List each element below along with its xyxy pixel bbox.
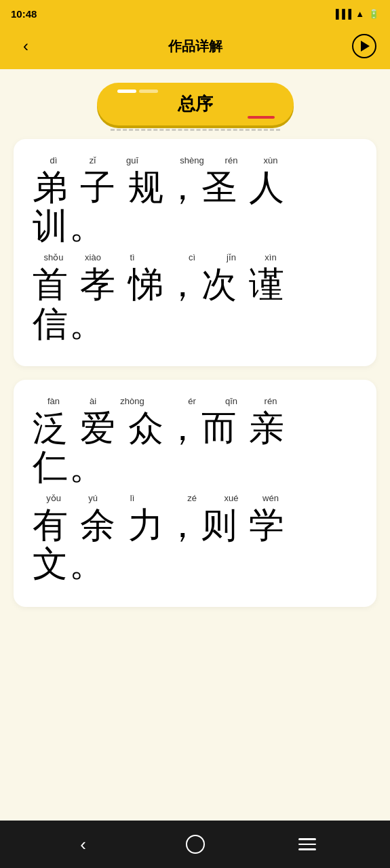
pinyin-wen: wén [251,493,290,503]
char-row-2-2: 有 余 力，则 学 文。 [33,506,357,583]
pinyin-text: xùn [264,155,278,165]
pinyin-xiao: xiào [73,252,113,262]
progress-indicator [117,90,158,93]
pinyin-ze: zé [172,493,212,503]
pinyin-xun: xùn [251,155,290,165]
pinyin-zi: zǐ [73,155,113,165]
verse-text-4: 有 余 力，则 学 文。 [33,506,357,583]
pinyin-row-2-1: fàn ài zhòng ér qīn rén [33,396,357,406]
pinyin-shou: shǒu [34,252,73,262]
pinyin-pause-4 [152,493,172,503]
pinyin-text: cì [189,252,195,262]
pinyin-li: lì [113,493,152,503]
chapter-button[interactable]: 总序 [97,83,294,125]
pinyin-ren: rén [212,155,251,165]
nav-home-icon [186,835,205,854]
char-row-1-1: 弟 子 规，圣 人 训。 [33,168,357,245]
nav-home-button[interactable] [178,827,212,861]
pinyin-text: wén [262,493,279,503]
pinyin-fan: fàn [34,396,73,406]
pinyin-text: zhòng [120,396,144,406]
chapter-button-wrapper: 总序 [97,83,294,125]
char-row-2-1: 泛 爱 众，而 亲 仁。 [33,409,357,486]
verse-line-2-1: fàn ài zhòng ér qīn rén [33,396,357,486]
verse-line-1-2: shǒu xiào tì cì jǐn xìn [33,252,357,342]
nav-menu-button[interactable] [290,827,324,861]
play-button[interactable] [352,34,376,58]
chapter-underline [248,116,275,119]
pinyin-pause-2 [152,252,172,262]
verse-card-1: dì zǐ guī shèng rén xùn [14,139,376,366]
pinyin-text: xué [225,493,239,503]
pinyin-text: yǒu [46,493,61,503]
status-icons: ▐▐▐ ▲ 🔋 [332,9,379,19]
status-bar: 10:48 ▐▐▐ ▲ 🔋 [0,0,390,27]
signal-icon: ▐▐▐ [332,9,351,19]
verse-text-1: 弟 子 规，圣 人 训。 [33,168,357,245]
pinyin-pause-3 [152,396,172,406]
pinyin-er: ér [172,396,212,406]
pinyin-sheng: shèng [172,155,212,165]
pinyin-text: shèng [180,155,203,165]
pinyin-text: rén [265,396,277,406]
pinyin-pause-1 [152,155,172,165]
pinyin-text: xiào [85,252,101,262]
pinyin-text: tì [130,252,134,262]
chapter-label: 总序 [178,94,213,114]
pinyin-row-1-2: shǒu xiào tì cì jǐn xìn [33,252,357,262]
pinyin-yu: yú [73,493,113,503]
pinyin-zhong: zhòng [113,396,152,406]
progress-dot-2 [139,90,158,93]
page-title: 作品详解 [168,37,222,56]
pinyin-text: zǐ [90,155,97,165]
char-row-1-2: 首 孝 悌，次 谨 信。 [33,265,357,342]
battery-icon: 🔋 [368,9,379,19]
pinyin-row-1-1: dì zǐ guī shèng rén xùn [33,155,357,165]
pinyin-text: ér [188,396,196,406]
pinyin-di: dì [34,155,73,165]
pinyin-ci: cì [172,252,212,262]
pinyin-ai: ài [73,396,113,406]
verse-line-2-2: yǒu yú lì zé xué wén [33,493,357,583]
wifi-icon: ▲ [355,9,364,19]
pinyin-text: yú [88,493,98,503]
pinyin-text: shǒu [44,252,64,262]
pinyin-jin: jǐn [212,252,251,262]
pinyin-gui: guī [113,155,152,165]
verse-line-1-1: dì zǐ guī shèng rén xùn [33,155,357,245]
pinyin-xin: xìn [251,252,290,262]
pinyin-text: xìn [265,252,276,262]
header: ‹ 作品详解 [0,27,390,69]
pinyin-you: yǒu [34,493,73,503]
pinyin-text: lì [130,493,135,503]
pinyin-text: guī [126,155,138,165]
verse-text-3: 泛 爱 众，而 亲 仁。 [33,409,357,486]
bottom-nav: ‹ [0,821,390,868]
back-button[interactable]: ‹ [14,34,38,58]
status-time: 10:48 [11,8,37,20]
pinyin-text: ài [90,396,96,406]
pinyin-text: zé [187,493,197,503]
nav-menu-icon [298,838,316,850]
progress-dot-1 [117,90,136,93]
pinyin-qin: qīn [212,396,251,406]
pinyin-text: rén [225,155,238,165]
verse-text-2: 首 孝 悌，次 谨 信。 [33,265,357,342]
main-content: 总序 dì zǐ guī shèng ré [0,69,390,821]
pinyin-row-2-2: yǒu yú lì zé xué wén [33,493,357,503]
pinyin-ren2: rén [251,396,290,406]
nav-back-button[interactable]: ‹ [66,827,100,861]
verse-card-2: fàn ài zhòng ér qīn rén [14,380,376,607]
pinyin-xue: xué [212,493,251,503]
pinyin-text: qīn [225,396,237,406]
nav-back-icon: ‹ [80,834,86,855]
pinyin-text: jǐn [227,252,236,262]
pinyin-text: fàn [47,396,60,406]
pinyin-ti: tì [113,252,152,262]
pinyin-text: dì [50,155,58,165]
